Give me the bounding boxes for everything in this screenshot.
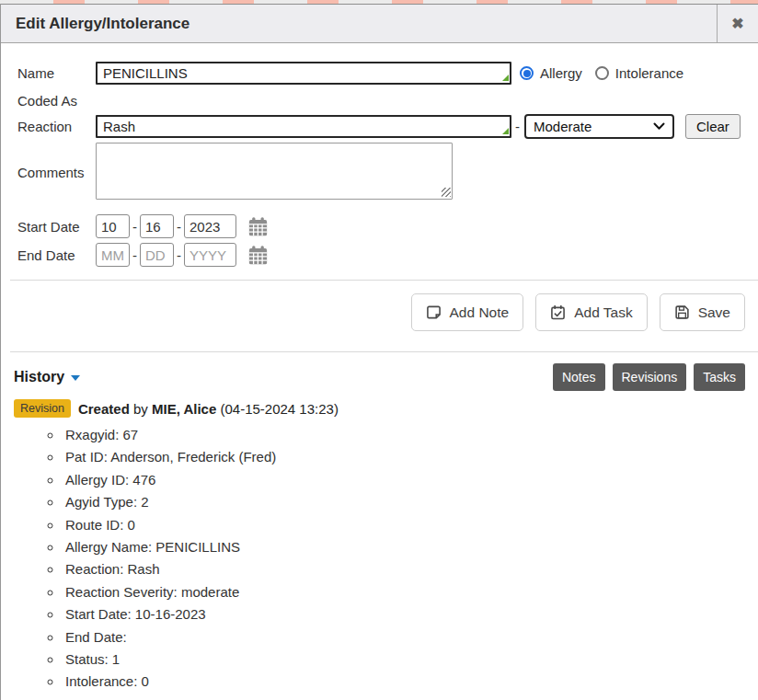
calendar-icon [247,245,269,266]
radio-label-intolerance: Intolerance [615,65,683,81]
history-entry-text: Created by MIE, Alice (04-15-2024 13:23) [78,401,339,417]
date-separator: - [177,219,181,235]
end-date-month-input[interactable] [96,243,130,267]
comments-textarea-wrap [96,143,453,202]
date-separator: - [132,219,137,235]
reaction-label: Reaction [17,119,96,134]
divider [10,351,758,352]
start-date-day-input[interactable] [140,214,174,238]
end-date-calendar-button[interactable] [247,245,269,266]
add-note-label: Add Note [450,304,510,321]
start-date-calendar-button[interactable] [247,216,269,237]
save-label: Save [698,304,730,321]
history-title: History [14,369,64,385]
history-detail-item: Allergy ID: 476 [63,469,758,491]
edit-allergy-dialog: Edit Allergy/Intolerance ✖ Name Allergy … [0,4,758,700]
add-task-label: Add Task [574,304,632,321]
coded-as-label: Coded As [17,93,96,109]
save-icon [674,304,690,320]
end-date-day-input[interactable] [140,243,174,267]
history-detail-item: Allergy Name: PENICILLINS [63,536,758,558]
coded-as-row: Coded As [17,91,758,109]
note-icon [426,304,442,320]
history-detail-item: Start Date: 10-16-2023 [63,603,758,625]
start-date-month-input[interactable] [96,214,130,238]
comments-label: Comments [17,165,96,180]
history-detail-item: Intolerance: 0 [63,671,758,693]
radio-option-intolerance[interactable]: Intolerance [595,65,683,81]
end-date-label: End Date [17,247,96,263]
autocomplete-grip-icon [502,128,509,134]
start-date-label: Start Date [17,219,96,235]
history-detail-item: Pat ID: Anderson, Frederick (Fred) [63,446,758,468]
comments-row: Comments [17,143,758,202]
radio-selected-icon [520,66,534,80]
name-row: Name Allergy Intolerance [17,62,758,85]
comments-textarea[interactable] [96,143,453,200]
add-task-button[interactable]: Add Task [535,293,647,331]
dialog-titlebar: Edit Allergy/Intolerance ✖ [1,4,758,43]
date-separator: - [132,247,137,263]
reaction-input[interactable] [96,115,511,138]
caret-down-icon [71,375,80,381]
calendar-icon [247,216,269,237]
close-button[interactable]: ✖ [717,5,758,42]
radio-label-allergy: Allergy [540,65,582,81]
radio-option-allergy[interactable]: Allergy [520,65,582,81]
type-radio-group: Allergy Intolerance [520,65,683,81]
calendar-check-icon [550,304,566,320]
history-details-list: Rxagyid: 67Pat ID: Anderson, Frederick (… [1,424,758,694]
history-filter-buttons: Notes Revisions Tasks [553,363,745,391]
autocomplete-grip-icon [502,75,509,81]
severity-separator: - [515,119,520,134]
entry-action: Created [78,401,130,417]
save-button[interactable]: Save [660,293,745,331]
history-detail-item: End Date: [63,626,758,648]
name-label: Name [17,65,96,81]
history-header: History Notes Revisions Tasks [1,363,758,391]
history-detail-item: Route ID: 0 [63,514,758,536]
chevron-down-icon [653,122,665,131]
revision-badge: Revision [14,399,71,418]
history-toggle[interactable]: History [14,369,80,385]
start-date-year-input[interactable] [184,214,236,238]
entry-timestamp: (04-15-2024 13:23) [220,401,338,417]
start-date-row: Start Date - - [17,214,758,238]
entry-user: MIE, Alice [152,401,216,417]
history-entry: Revision Created by MIE, Alice (04-15-20… [14,399,758,418]
history-detail-item: Reaction: Rash [63,558,758,580]
reaction-row: Reaction - Moderate Clear [17,114,758,139]
severity-selected-value: Moderate [534,119,591,134]
notes-button[interactable]: Notes [553,363,605,391]
allergy-form: Name Allergy Intolerance Coded As Reacti… [1,43,758,280]
entry-preposition: by [133,401,148,417]
add-note-button[interactable]: Add Note [411,293,524,331]
name-input[interactable] [96,62,511,85]
history-detail-item: Reaction Severity: moderate [63,581,758,603]
revisions-button[interactable]: Revisions [613,363,687,391]
dialog-title: Edit Allergy/Intolerance [1,15,717,33]
resize-handle[interactable] [442,188,451,197]
close-icon: ✖ [731,15,743,32]
clear-button[interactable]: Clear [685,114,741,139]
end-date-year-input[interactable] [184,243,236,267]
name-input-wrap [96,62,511,85]
history-detail-item: Status: 1 [63,648,758,671]
history-detail-item: Agyid Type: 2 [63,491,758,513]
tasks-button[interactable]: Tasks [694,363,745,391]
reaction-input-wrap [96,115,511,138]
actions-row: Add Note Add Task Save [1,281,758,351]
end-date-row: End Date - - [17,243,758,267]
history-detail-item: Rxagyid: 67 [63,424,758,446]
date-separator: - [177,247,181,263]
radio-unselected-icon [595,66,609,80]
severity-select[interactable]: Moderate [524,114,674,139]
